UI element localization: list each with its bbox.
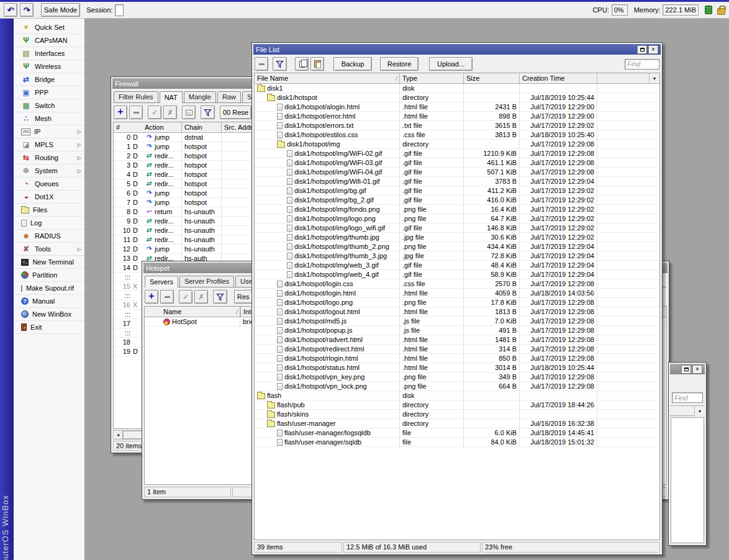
sidebar-item-radius[interactable]: RADIUS ▷: [14, 230, 84, 243]
file-list-titlebar[interactable]: File List ×: [253, 44, 661, 55]
sidebar-item-ip[interactable]: IP ▷: [14, 125, 84, 138]
file-row[interactable]: disk1/hotspot/img/WiFi-03.gif .gif file …: [255, 158, 659, 168]
column-header-size[interactable]: Size: [464, 73, 520, 83]
file-row[interactable]: disk1/hotspot/alogin.html .html file 243…: [255, 102, 659, 112]
hotspot-tab[interactable]: Server Profiles: [179, 276, 234, 287]
sidebar-item-interfaces[interactable]: Interfaces ▷: [14, 47, 84, 60]
file-row[interactable]: disk1/hotspot/status.html .html file 301…: [255, 363, 659, 373]
remove-file-button[interactable]: [255, 57, 268, 71]
redo-button[interactable]: [20, 3, 34, 17]
column-header-creation-time[interactable]: Creation Time: [520, 73, 597, 83]
file-row[interactable]: disk1/hotspot/img/web_4.gif .gif file 58…: [255, 270, 659, 279]
maximize-button[interactable]: [637, 45, 647, 54]
file-row[interactable]: disk1/hotspot/img/logo_wifi.gif .gif fil…: [255, 224, 659, 233]
remove-rule-button[interactable]: [129, 106, 143, 119]
file-row[interactable]: disk1/hotspot/error.html .html file 898 …: [255, 112, 659, 121]
hotspot-tab[interactable]: Servers: [145, 276, 178, 287]
sidebar-item-bridge[interactable]: Bridge ▷: [14, 73, 84, 86]
column-header-file-name[interactable]: File Name/: [255, 73, 400, 83]
file-row[interactable]: disk1/hotspot/popup.js .js file 491 B Ju…: [255, 326, 659, 335]
upload-button[interactable]: Upload...: [429, 57, 473, 71]
filter-button[interactable]: [213, 290, 227, 304]
session-input[interactable]: [115, 4, 124, 16]
sidebar-item-new-winbox[interactable]: New WinBox ▷: [14, 308, 84, 321]
backup-button[interactable]: Backup: [333, 57, 372, 71]
file-row[interactable]: disk1/hotspot/radvert.html .html file 14…: [255, 335, 659, 345]
file-row[interactable]: disk1/hotspot/login.html .html file 4059…: [255, 289, 659, 298]
file-row[interactable]: disk1/hotspot/img/bg_2.gif .gif file 416…: [255, 196, 659, 205]
find-input[interactable]: [672, 392, 703, 403]
sidebar-item-dot1x[interactable]: Dot1X ▷: [14, 191, 84, 204]
column-select-dropdown[interactable]: [649, 73, 659, 83]
file-row[interactable]: disk1/hotspot/vpn_lock.png .png file 664…: [255, 382, 659, 391]
file-row[interactable]: disk1/hotspot/img directory Jul/17/2019 …: [255, 140, 659, 149]
file-row[interactable]: disk1 disk: [255, 84, 659, 93]
sidebar-item-tools[interactable]: Tools ▷: [14, 243, 84, 256]
sidebar-item-partition[interactable]: Partition ▷: [14, 269, 84, 282]
sidebar-item-quick-set[interactable]: Quick Set ▷: [14, 21, 84, 34]
file-row[interactable]: flash/pub directory Jul/17/2019 18:44:26: [255, 400, 659, 410]
enable-rule-button[interactable]: [148, 106, 161, 119]
close-button[interactable]: ×: [692, 365, 702, 374]
safe-mode-button[interactable]: Safe Mode: [41, 3, 80, 17]
file-row[interactable]: disk1/hotspot/img/web_3.gif .gif file 48…: [255, 261, 659, 270]
file-row[interactable]: disk1/hotspot/img/thumb_3.jpg .jpg file …: [255, 251, 659, 261]
column-header-num[interactable]: #: [114, 122, 132, 132]
file-row[interactable]: disk1/hotspot/img/fondo.png .png file 16…: [255, 205, 659, 214]
file-row[interactable]: disk1/hotspot/img/WiFi-02.gif .gif file …: [255, 149, 659, 158]
file-row[interactable]: disk1/hotspot directory Jul/18/2019 10:2…: [255, 93, 659, 102]
file-row[interactable]: flash/user-manager directory Jul/16/2019…: [255, 419, 659, 428]
enable-server-button[interactable]: [179, 290, 192, 304]
sidebar-item-queues[interactable]: Queues ▷: [14, 178, 84, 191]
sidebar-item-switch[interactable]: Switch ▷: [14, 99, 84, 112]
file-row[interactable]: disk1/hotspot/logout.html .html file 181…: [255, 307, 659, 317]
remove-server-button[interactable]: [160, 290, 174, 304]
file-row[interactable]: disk1/hotspot/img/thumb.jpg .jpg file 30…: [255, 233, 659, 242]
firewall-tab[interactable]: Mangle: [184, 91, 216, 102]
sidebar-item-log[interactable]: Log ▷: [14, 217, 84, 230]
file-row[interactable]: disk1/hotspot/md5.js .js file 7.0 KiB Ju…: [255, 317, 659, 326]
file-row[interactable]: disk1/hotspot/estilos.css .css file 3813…: [255, 130, 659, 140]
file-row[interactable]: disk1/hotspot/logo.png .png file 17.8 Ki…: [255, 298, 659, 307]
filter-button[interactable]: [273, 57, 287, 71]
sidebar-item-make-supout[interactable]: Make Supout.rif ▷: [14, 282, 84, 295]
partial-window-titlebar[interactable]: ×: [670, 364, 705, 374]
file-row[interactable]: disk1/hotspot/errors.txt .txt file 3615 …: [255, 121, 659, 130]
maximize-button[interactable]: [681, 365, 691, 374]
column-header-type[interactable]: Type: [400, 73, 464, 83]
find-input[interactable]: [625, 59, 659, 70]
sidebar-item-wireless[interactable]: Wireless ▷: [14, 60, 84, 73]
file-row[interactable]: disk1/hotspot/img/Wifi-01.gif .gif file …: [255, 177, 659, 186]
file-row[interactable]: disk1/hotspot/img/logo.png .png file 64.…: [255, 214, 659, 224]
firewall-tab[interactable]: NAT: [160, 91, 183, 103]
reset-html-button[interactable]: Res: [234, 290, 253, 304]
file-row[interactable]: disk1/hotspot/img/thumb_2.png .png file …: [255, 242, 659, 251]
column-select-dropdown[interactable]: [694, 406, 705, 416]
sidebar-item-capsman[interactable]: CAPsMAN ▷: [14, 34, 84, 47]
file-row[interactable]: disk1/hotspot/redirect.html .html file 3…: [255, 345, 659, 354]
disable-rule-button[interactable]: [163, 106, 177, 119]
column-header-flag[interactable]: [132, 122, 142, 132]
file-row[interactable]: disk1/hotspot/vpn_key.png .png file 349 …: [255, 373, 659, 382]
sidebar-item-files[interactable]: Files ▷: [14, 204, 84, 217]
sidebar-item-routing[interactable]: Routing ▷: [14, 151, 84, 165]
column-header-blank[interactable]: [145, 307, 161, 317]
file-row[interactable]: disk1/hotspot/img/WiFi-04.gif .gif file …: [255, 168, 659, 177]
file-row[interactable]: disk1/hotspot/rlogin.html .html file 850…: [255, 354, 659, 363]
scroll-left-icon[interactable]: ◄: [114, 431, 123, 439]
close-button[interactable]: ×: [648, 45, 658, 54]
file-row[interactable]: flash/user-manager/sqldb file 84.0 KiB J…: [255, 438, 659, 447]
sidebar-item-exit[interactable]: Exit ▷: [14, 321, 84, 334]
sidebar-item-new-terminal[interactable]: New Terminal ▷: [14, 256, 84, 269]
file-row[interactable]: flash/skins directory: [255, 410, 659, 419]
filter-button[interactable]: [201, 106, 215, 119]
restore-button[interactable]: Restore: [380, 57, 419, 71]
firewall-tab[interactable]: Raw: [217, 91, 241, 102]
copy-button[interactable]: [295, 57, 309, 71]
sidebar-item-manual[interactable]: Manual ▷: [14, 295, 84, 308]
add-rule-button[interactable]: [114, 106, 127, 119]
file-row[interactable]: disk1/hotspot/login.css .css file 2570 B…: [255, 279, 659, 289]
column-header-name[interactable]: Name/: [161, 307, 240, 317]
disable-server-button[interactable]: [194, 290, 208, 304]
sidebar-item-system[interactable]: System ▷: [14, 165, 84, 178]
